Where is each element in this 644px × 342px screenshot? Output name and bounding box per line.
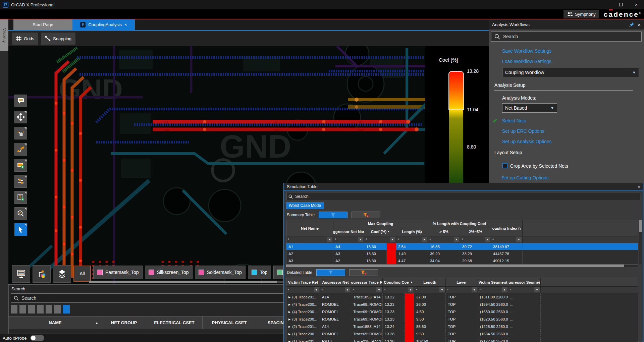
- detailed-table-row[interactable]: ▶(1) Trace200... ROMOEL Trace69::ROMOEL …: [286, 330, 638, 338]
- save-workflow-link[interactable]: Save Workflow Settings: [502, 48, 552, 54]
- tab-close-icon[interactable]: ×: [124, 22, 127, 27]
- filter-cell[interactable]: *▼: [351, 287, 383, 293]
- menu-item[interactable]: [44, 9, 53, 19]
- detailed-filter-on-button[interactable]: [316, 269, 345, 276]
- header-coupling-index[interactable]: oupling Index (r: [491, 220, 523, 236]
- detailed-table-row[interactable]: ▶(3) Trace201... A14 Trace1853::A14 13.2…: [286, 293, 638, 301]
- menu-item[interactable]: [18, 9, 27, 19]
- erc-options-link[interactable]: Set up ERC Options: [502, 128, 544, 134]
- object-filter-chip[interactable]: [11, 305, 17, 314]
- header-aggressor-net-name[interactable]: ggressor Net Nar: [333, 227, 364, 236]
- filter-dropdown-icon[interactable]: ▼: [345, 287, 350, 292]
- row-expander-icon[interactable]: ▶: [288, 296, 290, 299]
- load-workflow-link[interactable]: Load Workflow Settings: [502, 59, 551, 64]
- cutting-options-link[interactable]: Set up Cutting Options: [501, 175, 549, 180]
- window-close-icon[interactable]: ×: [637, 184, 640, 189]
- object-filter-chip[interactable]: [37, 305, 44, 314]
- row-expander-icon[interactable]: ▶: [288, 310, 290, 314]
- object-filter-chip[interactable]: [46, 305, 52, 314]
- filter-cell[interactable]: *▼: [286, 287, 320, 293]
- header-net-name[interactable]: Net Name: [286, 220, 333, 236]
- detailed-table-row[interactable]: ▶(1) Trace201... RA13 Trace235::RA13 13.…: [286, 338, 638, 342]
- row-expander-icon[interactable]: ▶: [288, 318, 290, 321]
- row-expander-icon[interactable]: ▶: [288, 340, 290, 342]
- menu-item[interactable]: [27, 9, 36, 19]
- header-victim-trace-ref[interactable]: Victim Trace Ref: [286, 278, 320, 287]
- filter-dropdown-icon[interactable]: ▼: [516, 237, 522, 242]
- pin-icon[interactable]: [629, 22, 634, 27]
- symphony-button[interactable]: Symphony: [564, 10, 599, 18]
- menu-item[interactable]: [70, 9, 79, 19]
- filter-cell[interactable]: *▼: [508, 287, 541, 293]
- zoom-tool-button[interactable]: [14, 207, 27, 220]
- header-coef[interactable]: Coef (%)▾: [364, 227, 396, 236]
- pan-tool-button[interactable]: [14, 127, 27, 139]
- maximize-button[interactable]: [613, 0, 629, 9]
- column-header-net-group[interactable]: NET GROUP: [102, 317, 146, 329]
- layer-chip[interactable]: Pastemask_Top: [93, 266, 143, 279]
- filter-cell[interactable]: *▼: [396, 236, 428, 243]
- filter-cell[interactable]: *▼: [446, 287, 478, 293]
- filter-dropdown-icon[interactable]: ▼: [314, 287, 319, 292]
- tab-start-page[interactable]: Start Page: [13, 19, 72, 30]
- filter-dropdown-icon[interactable]: ▼: [408, 287, 413, 292]
- visibility-panel-tab[interactable]: Visibility: [0, 19, 8, 51]
- detailed-table-row[interactable]: ▶(2) Trace201... A14 Trace1853::A14 13.2…: [286, 323, 638, 330]
- board-display-button[interactable]: [12, 265, 30, 283]
- filter-cell[interactable]: *▼: [414, 287, 446, 293]
- row-expander-icon[interactable]: ▶: [288, 303, 290, 306]
- filter-cell[interactable]: *▼: [286, 236, 333, 243]
- panel-close-icon[interactable]: ×: [638, 22, 641, 27]
- header-aggressor-trace-ref[interactable]: ggressor Trace R: [351, 278, 383, 287]
- menu-item[interactable]: [62, 9, 70, 19]
- layer-chip[interactable]: Top: [248, 266, 271, 279]
- filter-dropdown-icon[interactable]: ▼: [485, 237, 490, 242]
- summary-table-row[interactable]: A3 A2 13.30 4.47 34.04 29.68 49012.15: [286, 257, 638, 264]
- column-header-physical-cset[interactable]: PHYSICAL CSET: [203, 317, 256, 329]
- select-nets-link[interactable]: Select Nets: [502, 118, 526, 123]
- detailed-table-row[interactable]: ▶(4) Trace200... ROMOEL Trace69::ROMOEL …: [286, 301, 638, 308]
- move-tool-button[interactable]: [14, 111, 27, 123]
- menu-item[interactable]: [53, 9, 62, 19]
- filter-cell[interactable]: *▼: [364, 236, 396, 243]
- header-layer[interactable]: Layer: [446, 278, 478, 287]
- summary-vertical-scrollbar[interactable]: [639, 220, 642, 264]
- filter-cell[interactable]: *▼: [320, 287, 351, 293]
- filter-dropdown-icon[interactable]: ▼: [390, 237, 395, 242]
- summary-horizontal-scrollbar[interactable]: [286, 265, 638, 267]
- filter-dropdown-icon[interactable]: ▼: [358, 237, 363, 242]
- analysis-options-link[interactable]: Set up Analysis Options: [502, 139, 552, 144]
- legend-selected-range[interactable]: [448, 71, 464, 110]
- object-filter-chip[interactable]: [28, 305, 35, 314]
- grids-button[interactable]: Grids: [12, 33, 38, 45]
- menu-item[interactable]: [1, 9, 9, 19]
- filter-dropdown-icon[interactable]: ▼: [454, 237, 459, 242]
- add-text-tool-button[interactable]: T: [14, 191, 27, 204]
- layer-chip[interactable]: Soldermask_Top: [195, 266, 246, 279]
- tune-nets-tool-button[interactable]: [14, 175, 27, 188]
- route-tool-button[interactable]: [14, 143, 27, 156]
- filter-cell[interactable]: *▼: [460, 236, 491, 243]
- layer-chip[interactable]: Silkscreen_Top: [145, 266, 193, 279]
- row-expander-icon[interactable]: ▶: [288, 333, 290, 336]
- menu-item[interactable]: [36, 9, 44, 19]
- detailed-filter-clear-button[interactable]: [349, 269, 378, 276]
- filter-dropdown-icon[interactable]: ▼: [327, 237, 332, 242]
- menu-item[interactable]: [9, 9, 18, 19]
- column-header-name[interactable]: NAME▲: [9, 317, 102, 329]
- object-filter-chip[interactable]: [19, 305, 26, 314]
- header-coupling-coef[interactable]: Coupling Coe▲: [383, 278, 414, 287]
- filter-dropdown-icon[interactable]: ▼: [439, 287, 445, 292]
- crop-area-checkbox[interactable]: [502, 163, 507, 168]
- legend-lower-range[interactable]: [449, 110, 463, 183]
- layers-button[interactable]: [53, 265, 71, 283]
- snapping-button[interactable]: Snapping: [41, 33, 75, 45]
- layer-all-button[interactable]: All: [73, 266, 91, 282]
- header-gt5[interactable]: > 5%: [428, 227, 460, 236]
- filter-cell[interactable]: *▼: [428, 236, 460, 243]
- header-victim-segment[interactable]: Victim Segment: [478, 278, 508, 287]
- layerbar-scrollbar[interactable]: [89, 281, 290, 283]
- header-length[interactable]: Length: [414, 278, 446, 287]
- filter-cell[interactable]: *▼: [491, 236, 523, 243]
- close-button[interactable]: ×: [629, 0, 644, 9]
